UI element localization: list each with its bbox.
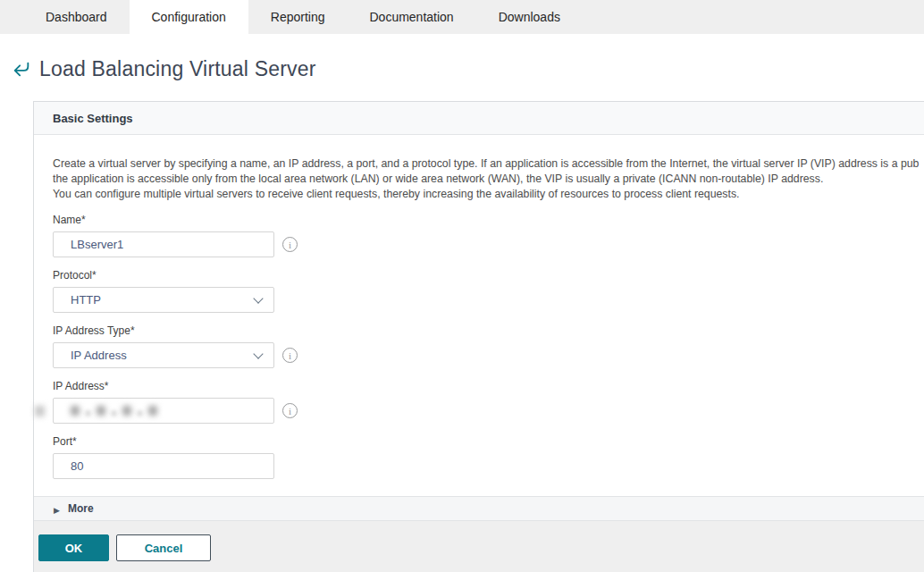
right-triangle-expander-icon bbox=[54, 500, 68, 517]
info-icon[interactable] bbox=[282, 348, 298, 363]
top-tab-bar: Dashboard Configuration Reporting Docume… bbox=[0, 0, 924, 34]
page-header: Load Balancing Virtual Server bbox=[11, 55, 924, 83]
redaction-blur bbox=[86, 411, 90, 416]
basic-settings-panel: Basic Settings Create a virtual server b… bbox=[33, 101, 924, 572]
name-input[interactable] bbox=[53, 231, 274, 257]
ip-address-input[interactable] bbox=[53, 398, 274, 424]
tab-configuration[interactable]: Configuration bbox=[130, 0, 248, 34]
panel-footer: OK Cancel bbox=[34, 521, 924, 572]
tab-documentation[interactable]: Documentation bbox=[347, 0, 475, 34]
tab-downloads[interactable]: Downloads bbox=[476, 0, 583, 34]
redaction-blur bbox=[112, 411, 116, 416]
ip-address-type-field: IP Address Type* IP Address bbox=[53, 324, 924, 368]
redaction-blur bbox=[97, 406, 105, 416]
ip-address-type-field-label: IP Address Type* bbox=[53, 324, 924, 337]
redaction-blur bbox=[138, 411, 142, 416]
ip-address-type-select[interactable]: IP Address bbox=[53, 342, 274, 368]
tab-reporting[interactable]: Reporting bbox=[248, 0, 348, 34]
redaction-blur bbox=[122, 406, 131, 416]
info-icon[interactable] bbox=[282, 403, 298, 418]
chevron-down-icon bbox=[253, 349, 263, 358]
name-field: Name* bbox=[53, 214, 924, 257]
panel-body: Create a virtual server by specifying a … bbox=[34, 135, 924, 496]
back-arrow-icon[interactable] bbox=[11, 58, 32, 80]
panel-header-title: Basic Settings bbox=[34, 102, 924, 135]
chevron-down-icon bbox=[253, 293, 263, 303]
ip-address-field: IP Address* bbox=[53, 380, 924, 424]
more-toggle[interactable]: More bbox=[34, 496, 924, 521]
redaction-blur bbox=[71, 406, 80, 416]
more-label: More bbox=[68, 502, 94, 515]
redaction-blur bbox=[35, 406, 45, 416]
info-icon[interactable] bbox=[282, 237, 298, 252]
name-field-label: Name* bbox=[53, 214, 924, 226]
description-line-3: You can configure multiple virtual serve… bbox=[53, 187, 924, 202]
port-field: Port* bbox=[53, 435, 924, 479]
page-title: Load Balancing Virtual Server bbox=[39, 57, 316, 81]
protocol-field: Protocol* HTTP bbox=[53, 269, 924, 313]
redaction-blur bbox=[148, 406, 157, 416]
protocol-field-label: Protocol* bbox=[53, 269, 924, 282]
ip-address-type-selected-value: IP Address bbox=[71, 349, 127, 362]
ok-button[interactable]: OK bbox=[38, 534, 109, 561]
protocol-selected-value: HTTP bbox=[71, 293, 101, 307]
protocol-select[interactable]: HTTP bbox=[53, 287, 274, 313]
cancel-button[interactable]: Cancel bbox=[116, 534, 211, 561]
tab-dashboard[interactable]: Dashboard bbox=[23, 0, 130, 34]
port-field-label: Port* bbox=[53, 435, 924, 448]
description-line-1: Create a virtual server by specifying a … bbox=[53, 156, 924, 172]
description-line-2: the application is accessible only from … bbox=[53, 172, 924, 187]
ip-address-field-label: IP Address* bbox=[53, 380, 924, 392]
port-input[interactable] bbox=[53, 453, 274, 479]
